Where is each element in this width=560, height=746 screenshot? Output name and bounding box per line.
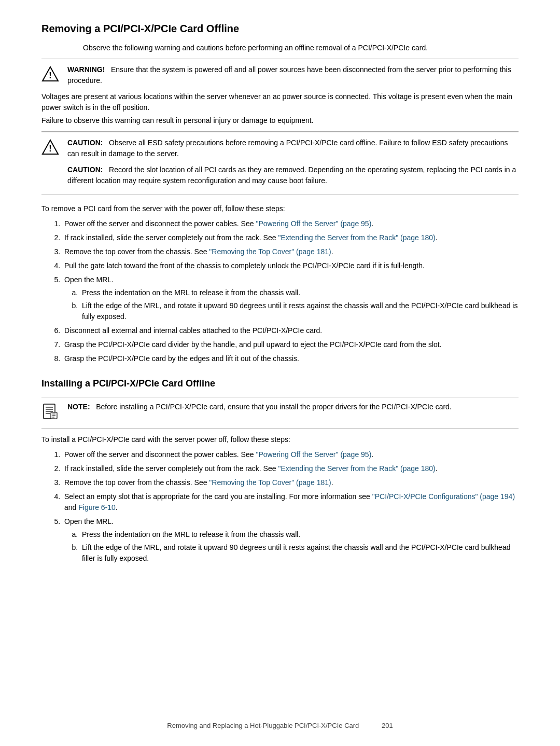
caution2-body: Record the slot location of all PCI card… [67,165,516,185]
installing-step-1-text: Power off the server and disconnect the … [64,450,256,459]
installing-step-4-text: Select an empty slot that is appropriate… [64,492,372,501]
warning-icon: ! [41,65,60,86]
note-box: NOTE: Before installing a PCI/PCI-X/PCIe… [41,397,519,429]
installing-section: Installing a PCI/PCI-X/PCIe Card Offline… [41,377,519,564]
installing-step-1-link[interactable]: "Powering Off the Server" (page 95) [256,450,371,459]
installing-step-4-link1[interactable]: "PCI/PCI-X/PCIe Configurations" (page 19… [372,492,515,501]
caution1-body: Observe all ESD safety precautions befor… [67,139,508,158]
removing-step-5b-text: Lift the edge of the MRL, and rotate it … [82,301,517,321]
note-text: NOTE: Before installing a PCI/PCI-X/PCIe… [67,402,519,412]
removing-step-6: Disconnect all external and internal cab… [62,325,519,336]
removing-step-2-text: If rack installed, slide the server comp… [64,233,278,242]
installing-step-2-link[interactable]: "Extending the Server from the Rack" (pa… [278,464,435,473]
warning-para2: Failure to observe this warning can resu… [41,115,519,132]
installing-step-2-text: If rack installed, slide the server comp… [64,464,278,473]
removing-step-5a-text: Press the indentation on the MRL to rele… [82,288,300,297]
footer-page-number: 201 [382,722,393,729]
svg-text:!: ! [49,144,51,153]
installing-step-5a-text: Press the indentation on the MRL to rele… [82,530,300,538]
warning-top-rule [41,59,519,59]
note-body: Before installing a PCI/PCI-X/PCIe card,… [96,403,452,411]
installing-step-5b-text: Lift the edge of the MRL, and rotate it … [82,543,510,562]
caution1-content: CAUTION: Observe all ESD safety precauti… [67,137,519,159]
removing-section: Removing a PCI/PCI-X/PCIe Card Offline O… [41,21,519,364]
removing-step-7-text: Grasp the PCI/PCI-X/PCIe card divider by… [64,340,442,349]
removing-step-5a: Press the indentation on the MRL to rele… [80,287,519,298]
note-icon [41,403,60,424]
warning-body: Ensure that the system is powered off an… [67,65,511,85]
note-label: NOTE: [67,403,90,411]
installing-step-4-link2[interactable]: Figure 6-10 [78,503,116,512]
installing-step-3-text: Remove the top cover from the chassis. S… [64,478,209,487]
removing-step-1: Power off the server and disconnect the … [62,218,519,229]
caution1-icon: ! [41,139,60,159]
removing-step-3-text: Remove the top cover from the chassis. S… [64,247,209,256]
removing-step-4-text: Pull the gate latch toward the front of … [64,261,425,270]
removing-step-2: If rack installed, slide the server comp… [62,232,519,243]
caution1-label: CAUTION: [67,139,103,147]
installing-step-5-substeps: Press the indentation on the MRL to rele… [80,529,519,564]
removing-step-7: Grasp the PCI/PCI-X/PCIe card divider by… [62,339,519,350]
removing-step-6-text: Disconnect all external and internal cab… [64,326,322,335]
installing-step-2: If rack installed, slide the server comp… [62,463,519,474]
installing-step-4-and: and [64,503,78,512]
svg-text:!: ! [49,71,51,80]
installing-step-4: Select an empty slot that is appropriate… [62,491,519,513]
removing-step-1-link[interactable]: "Powering Off the Server" (page 95) [256,219,371,228]
caution-divider [41,195,519,195]
warning-text: WARNING! Ensure that the system is power… [67,64,519,86]
removing-step-5-text: Open the MRL. [64,275,114,284]
removing-title: Removing a PCI/PCI-X/PCIe Card Offline [41,21,519,36]
caution1-box: ! CAUTION: Observe all ESD safety precau… [41,137,519,159]
removing-step-4: Pull the gate latch toward the front of … [62,260,519,271]
installing-step-5: Open the MRL. Press the indentation on t… [62,516,519,564]
removing-step-5: Open the MRL. Press the indentation on t… [62,274,519,322]
removing-step-5-substeps: Press the indentation on the MRL to rele… [80,287,519,322]
caution1-text: CAUTION: Observe all ESD safety precauti… [67,137,519,159]
installing-step-3-link[interactable]: "Removing the Top Cover" (page 181) [209,478,331,487]
removing-steps-list: Power off the server and disconnect the … [62,218,519,364]
installing-steps-intro: To install a PCI/PCI-X/PCIe card with th… [41,434,519,445]
caution2-label: CAUTION: [67,165,103,174]
removing-step-3-link[interactable]: "Removing the Top Cover" (page 181) [209,247,331,256]
removing-steps-intro: To remove a PCI card from the server wit… [41,203,519,214]
removing-intro: Observe the following warning and cautio… [83,43,519,53]
warning-box: ! WARNING! Ensure that the system is pow… [41,64,519,86]
footer: Removing and Replacing a Hot-Pluggable P… [0,721,560,731]
removing-step-1-text: Power off the server and disconnect the … [64,219,256,228]
removing-step-8: Grasp the PCI/PCI-X/PCIe card by the edg… [62,353,519,364]
installing-step-3: Remove the top cover from the chassis. S… [62,477,519,488]
removing-step-5b: Lift the edge of the MRL, and rotate it … [80,300,519,322]
installing-step-5b: Lift the edge of the MRL, and rotate it … [80,542,519,564]
removing-step-3: Remove the top cover from the chassis. S… [62,246,519,257]
installing-step-5-text: Open the MRL. [64,517,114,526]
caution2-text: CAUTION: Record the slot location of all… [67,164,519,186]
note-content: NOTE: Before installing a PCI/PCI-X/PCIe… [67,402,519,412]
warning-label: WARNING! [67,65,105,74]
footer-text: Removing and Replacing a Hot-Pluggable P… [167,722,359,729]
installing-step-5a: Press the indentation on the MRL to rele… [80,529,519,540]
caution2-box: CAUTION: Record the slot location of all… [41,164,519,186]
warning-content: WARNING! Ensure that the system is power… [67,64,519,86]
removing-step-2-link[interactable]: "Extending the Server from the Rack" (pa… [278,233,435,242]
warning-para1: Voltages are present at various location… [41,91,519,113]
installing-title: Installing a PCI/PCI-X/PCIe Card Offline [41,377,519,391]
installing-step-1: Power off the server and disconnect the … [62,449,519,460]
installing-steps-list: Power off the server and disconnect the … [62,449,519,564]
removing-step-8-text: Grasp the PCI/PCI-X/PCIe card by the edg… [64,354,299,363]
caution2-content: CAUTION: Record the slot location of all… [67,164,519,186]
